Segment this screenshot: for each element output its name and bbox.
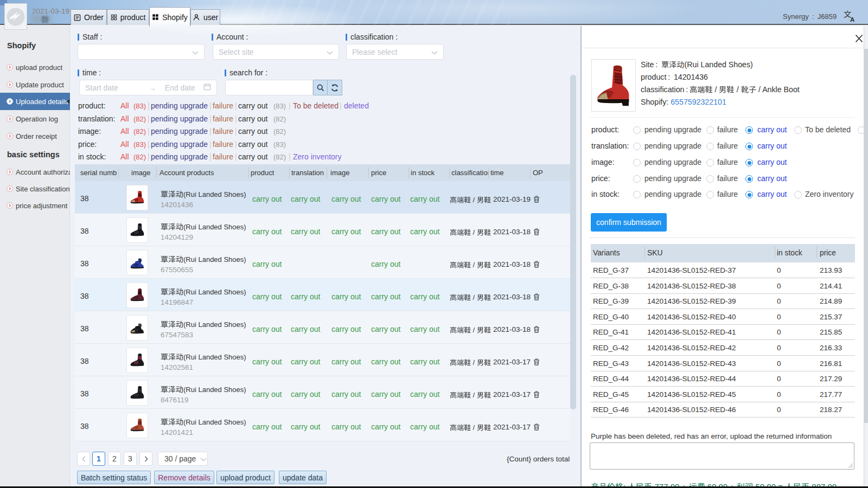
svg-text:A: A [850, 16, 854, 22]
